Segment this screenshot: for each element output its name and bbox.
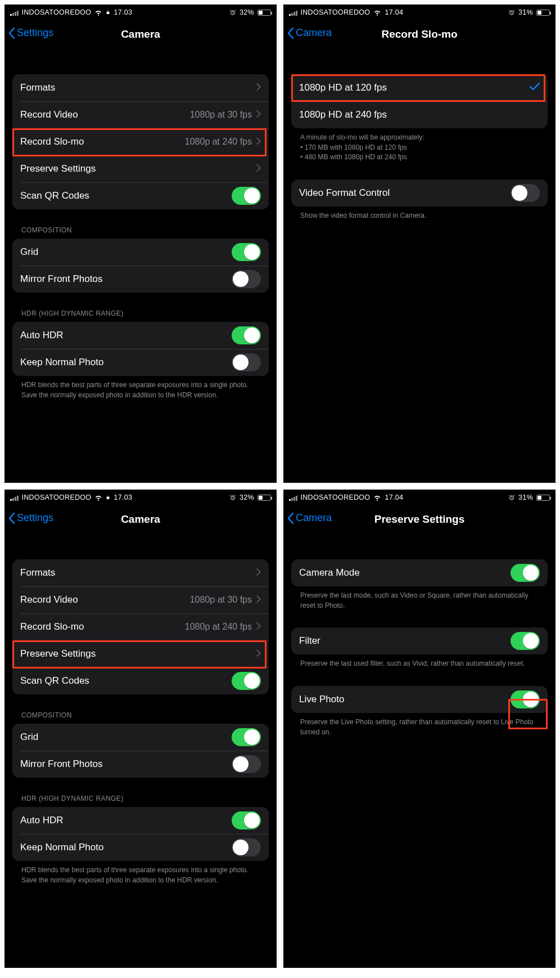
label-record-video: Record Video (20, 109, 78, 120)
battery-icon (258, 495, 271, 501)
header-composition: COMPOSITION (12, 226, 269, 239)
group-camera-mode: Camera Mode (291, 559, 548, 586)
row-preserve-settings[interactable]: Preserve Settings (12, 155, 269, 182)
toggle-keep-normal[interactable] (232, 353, 261, 371)
group-video-format-control: Video Format Control (291, 180, 548, 207)
group-composition: Grid Mirror Front Photos (12, 724, 269, 778)
label-scan-qr: Scan QR Codes (20, 190, 89, 201)
wifi-icon (373, 494, 381, 501)
toggle-filter[interactable] (511, 632, 540, 650)
row-1080p-120fps[interactable]: 1080p HD at 120 fps (291, 74, 548, 101)
group-recording: Formats Record Video 1080p at 30 fps Rec… (12, 559, 269, 694)
back-label: Camera (296, 27, 332, 39)
clock-label: 17.03 (114, 494, 132, 501)
toggle-grid[interactable] (232, 728, 261, 746)
row-record-slomo[interactable]: Record Slo-mo 1080p at 240 fps (12, 128, 269, 155)
screen-record-slomo: INDOSATOOREDOO 17.04 31% Camera Record S… (283, 5, 556, 483)
signal-icon (289, 495, 297, 501)
row-record-slomo[interactable]: Record Slo-mo 1080p at 240 fps (12, 613, 269, 640)
footnote-live-photo: Preserve the Live Photo setting, rather … (291, 713, 548, 737)
battery-percent: 32% (240, 8, 254, 16)
carrier-label: INDOSATOOREDOO (22, 8, 92, 16)
chevron-right-icon (256, 594, 261, 605)
group-recording: Formats Record Video 1080p at 30 fps Rec… (12, 74, 269, 209)
page-title: Camera (121, 28, 160, 41)
group-hdr: Auto HDR Keep Normal Photo (12, 807, 269, 861)
carrier-label: INDOSATOOREDOO (301, 8, 371, 16)
toggle-mirror[interactable] (232, 755, 261, 773)
row-auto-hdr[interactable]: Auto HDR (12, 807, 269, 834)
navbar: Camera Record Slo-mo (283, 20, 556, 48)
label-formats: Formats (20, 567, 55, 578)
value-record-slomo: 1080p at 240 fps (185, 137, 252, 147)
back-button[interactable]: Settings (8, 27, 53, 39)
toggle-vfc[interactable] (511, 184, 540, 202)
navbar: Camera Preserve Settings (283, 505, 556, 533)
navbar: Settings Camera (4, 505, 277, 533)
screen-camera-1: INDOSATOOREDOO 17.03 32% Settings Camera… (4, 5, 277, 483)
toggle-camera-mode[interactable] (511, 564, 540, 582)
row-1080p-240fps[interactable]: 1080p HD at 240 fps (291, 101, 548, 128)
header-composition: COMPOSITION (12, 711, 269, 724)
row-mirror-front[interactable]: Mirror Front Photos (12, 266, 269, 293)
toggle-live-photo[interactable] (511, 690, 540, 708)
row-preserve-settings[interactable]: Preserve Settings (12, 640, 269, 667)
chevron-right-icon (256, 648, 261, 660)
page-title: Preserve Settings (374, 513, 465, 526)
row-video-format-control[interactable]: Video Format Control (291, 180, 548, 207)
row-record-video[interactable]: Record Video 1080p at 30 fps (12, 586, 269, 613)
toggle-auto-hdr[interactable] (232, 326, 261, 344)
page-title: Record Slo-mo (381, 28, 457, 41)
alarm-icon (229, 494, 236, 501)
footnote-hdr: HDR blends the best parts of three separ… (12, 861, 269, 885)
toggle-scan-qr[interactable] (232, 672, 261, 690)
toggle-mirror[interactable] (232, 270, 261, 288)
battery-percent: 31% (518, 8, 533, 16)
row-formats[interactable]: Formats (12, 559, 269, 586)
row-scan-qr[interactable]: Scan QR Codes (12, 182, 269, 209)
toggle-scan-qr[interactable] (232, 187, 261, 205)
toggle-auto-hdr[interactable] (232, 811, 261, 829)
label-grid: Grid (20, 246, 38, 258)
row-keep-normal[interactable]: Keep Normal Photo (12, 834, 269, 861)
back-label: Camera (296, 512, 332, 524)
battery-icon (258, 10, 271, 16)
value-record-video: 1080p at 30 fps (190, 595, 252, 605)
label-record-slomo: Record Slo-mo (20, 136, 84, 147)
label-live-photo: Live Photo (299, 694, 344, 705)
signal-icon (10, 495, 19, 501)
row-grid[interactable]: Grid (12, 724, 269, 751)
back-button[interactable]: Camera (287, 27, 332, 39)
label-grid: Grid (20, 732, 38, 743)
row-scan-qr[interactable]: Scan QR Codes (12, 667, 269, 694)
row-keep-normal[interactable]: Keep Normal Photo (12, 349, 269, 376)
toggle-keep-normal[interactable] (232, 838, 261, 856)
battery-percent: 32% (240, 494, 254, 501)
checkmark-icon (530, 82, 540, 93)
back-button[interactable]: Camera (287, 512, 332, 524)
row-mirror-front[interactable]: Mirror Front Photos (12, 751, 269, 778)
label-240fps: 1080p HD at 240 fps (299, 109, 387, 120)
label-record-slomo: Record Slo-mo (20, 621, 84, 632)
status-bar: INDOSATOOREDOO 17.04 31% (283, 5, 556, 20)
row-formats[interactable]: Formats (12, 74, 269, 101)
back-button[interactable]: Settings (8, 512, 53, 524)
toggle-grid[interactable] (232, 243, 261, 261)
slomo-note-line3: • 480 MB with 1080p HD at 240 fps (300, 153, 407, 161)
header-hdr: HDR (HIGH DYNAMIC RANGE) (12, 795, 269, 807)
row-live-photo[interactable]: Live Photo (291, 686, 548, 713)
row-record-video[interactable]: Record Video 1080p at 30 fps (12, 101, 269, 128)
label-auto-hdr: Auto HDR (20, 815, 64, 826)
carrier-label: INDOSATOOREDOO (22, 494, 92, 501)
footnote-vfc: Show the video format control in Camera. (291, 207, 548, 221)
value-record-slomo: 1080p at 240 fps (185, 622, 252, 632)
row-grid[interactable]: Grid (12, 239, 269, 266)
chevron-left-icon (287, 28, 295, 39)
row-camera-mode[interactable]: Camera Mode (291, 559, 548, 586)
back-label: Settings (17, 512, 53, 524)
footnote-camera-mode: Preserve the last mode, such as Video or… (291, 586, 548, 611)
slomo-note-line2: • 170 MB with 1080p HD at 120 fps (300, 143, 407, 151)
row-auto-hdr[interactable]: Auto HDR (12, 322, 269, 349)
row-filter[interactable]: Filter (291, 627, 548, 654)
value-record-video: 1080p at 30 fps (190, 110, 252, 120)
